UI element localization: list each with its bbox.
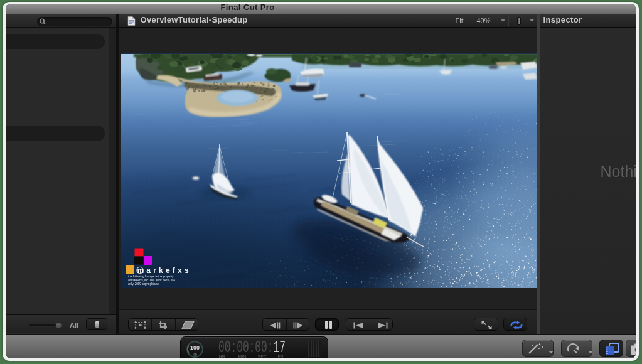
svg-text:%: % <box>193 351 197 357</box>
svg-text:100: 100 <box>190 345 199 351</box>
svg-text:of markefxs, inc. and is for d: of markefxs, inc. and is for demo use <box>128 279 176 282</box>
svg-text:the following footage is the p: the following footage is the property <box>128 275 174 278</box>
svg-text:markefxs: markefxs <box>137 266 191 275</box>
svg-text:only. 2009 copyright use: only. 2009 copyright use <box>128 282 159 286</box>
